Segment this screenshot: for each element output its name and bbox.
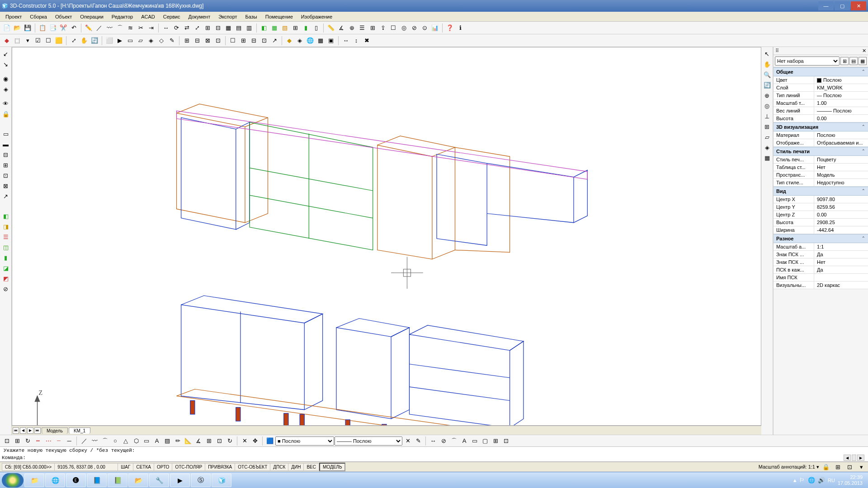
bt-solid-icon[interactable]: ─ [64, 436, 74, 446]
task-excel[interactable]: 📗 [108, 474, 127, 487]
vt-u-icon[interactable]: ⊘ [1, 284, 11, 294]
mat4-icon[interactable]: ▦ [316, 36, 326, 46]
menu-assembly[interactable]: Сборка [26, 13, 51, 20]
persp-icon[interactable]: ◇ [156, 36, 166, 46]
sheet4-icon[interactable]: ⊡ [259, 36, 269, 46]
task-tool[interactable]: 🔧 [149, 474, 169, 487]
status-ortho[interactable]: ОРТО [154, 463, 172, 471]
status-grid[interactable]: СЕТКА [133, 463, 154, 471]
target-icon[interactable]: ⊕ [762, 90, 772, 100]
side-icon[interactable]: ▭ [125, 36, 135, 46]
tray-lang[interactable]: RU [828, 478, 835, 483]
sheet3-icon[interactable]: ⊟ [249, 36, 259, 46]
pen2-icon[interactable]: ✎ [167, 36, 177, 46]
selection-dropdown[interactable]: Нет набора [775, 56, 840, 66]
status-i1-icon[interactable]: 🔒 [821, 462, 831, 472]
prop-ptype-value[interactable]: Недоступно [814, 179, 868, 186]
bt-line-icon[interactable]: ／ [79, 436, 89, 446]
move-icon[interactable]: ↔ [161, 23, 171, 33]
menu-operations[interactable]: Операции [76, 13, 107, 20]
orbit-icon[interactable]: 🔄 [90, 36, 99, 46]
cmd-scroll-right-icon[interactable]: ▶ [857, 455, 864, 461]
bt-ang-icon[interactable]: ∡ [193, 436, 203, 446]
status-snap[interactable]: ШАГ [118, 463, 133, 471]
maximize-button[interactable]: ▢ [835, 1, 850, 10]
menu-acad[interactable]: ACAD [137, 13, 159, 20]
tray-vol-icon[interactable]: 🔊 [818, 477, 825, 483]
tool-b-icon[interactable]: ▤ [234, 23, 244, 33]
mat5-icon[interactable]: ▣ [326, 36, 336, 46]
bt-text-icon[interactable]: A [152, 436, 162, 446]
section-misc[interactable]: Разное⌃ [774, 234, 868, 243]
prop-ltype-value[interactable]: — Послою [814, 92, 868, 99]
bt-snap1-icon[interactable]: ⊡ [2, 436, 12, 446]
bt-circ-icon[interactable]: ○ [110, 436, 120, 446]
top-icon[interactable]: ▱ [136, 36, 146, 46]
vt-n-icon[interactable]: ◧ [1, 211, 11, 221]
zoom-ex-icon[interactable]: ⤢ [69, 36, 79, 46]
tool-a-icon[interactable]: ▦ [223, 23, 233, 33]
texture-icon[interactable]: 🟨 [54, 36, 64, 46]
status-dyn[interactable]: ДИН [288, 463, 304, 471]
start-button[interactable] [2, 473, 24, 488]
bt-dashdot-icon[interactable]: ┄ [54, 436, 64, 446]
bt-x2-icon[interactable]: ✎ [413, 436, 423, 446]
section-3d-viz[interactable]: 3D визуализация⌃ [774, 122, 868, 131]
close-button[interactable]: ✕ [851, 1, 866, 10]
task-explorer[interactable]: 📁 [24, 474, 44, 487]
tool-c-icon[interactable]: ▥ [244, 23, 254, 33]
menu-project[interactable]: Проект [2, 13, 25, 20]
bt-hex-icon[interactable]: ⬡ [131, 436, 141, 446]
asm2-icon[interactable]: ⊟ [192, 36, 202, 46]
orbit2-icon[interactable]: 🔄 [762, 80, 772, 90]
section-general[interactable]: Общие⌃ [774, 67, 868, 76]
menu-room[interactable]: Помещение [262, 13, 297, 20]
bt-arc-icon[interactable]: ⌒ [100, 436, 110, 446]
status-osnap[interactable]: ПРИВЯЗКА [205, 463, 235, 471]
status-scale[interactable]: Масштаб аннотаций: 1:1 ▾ [759, 464, 819, 470]
bt-blk-icon[interactable]: ⊞ [204, 436, 214, 446]
menu-document[interactable]: Документ [184, 13, 214, 20]
multi-icon[interactable]: ≋ [125, 23, 135, 33]
prop-height-value[interactable]: 0.00 [814, 115, 868, 122]
line-icon[interactable]: ／ [94, 23, 104, 33]
task-3dc[interactable]: 🧊 [212, 474, 231, 487]
mat3-icon[interactable]: 🌐 [305, 36, 315, 46]
current-linetype-dropdown[interactable]: ——— Послою [335, 436, 402, 446]
bt-dim5-icon[interactable]: ▭ [470, 436, 480, 446]
prop-pspace-value[interactable]: Модель [814, 171, 868, 178]
vt-f-icon[interactable]: 🔒 [1, 109, 11, 119]
bt-move-icon[interactable]: ✥ [250, 436, 260, 446]
menu-editor[interactable]: Редактор [108, 13, 137, 20]
hole-icon[interactable]: ◎ [399, 23, 409, 33]
iso-icon[interactable]: ◈ [146, 36, 156, 46]
tab-first-icon[interactable]: ⏮ [13, 427, 19, 434]
menu-export[interactable]: Экспорт [215, 13, 241, 20]
fastener-icon[interactable]: ⊙ [420, 23, 429, 33]
task-word[interactable]: 📘 [87, 474, 107, 487]
quick-select-icon[interactable]: ⊞ [840, 57, 849, 65]
panel-close-icon[interactable]: ✕ [862, 48, 866, 54]
vt-g-icon[interactable]: ▭ [1, 129, 11, 139]
select-icon[interactable]: ☑ [33, 36, 43, 46]
trim-icon[interactable]: ✂ [136, 23, 146, 33]
task-player[interactable]: ▶ [170, 474, 190, 487]
array-icon[interactable]: ⊞ [203, 23, 212, 33]
export-icon[interactable]: ⇪ [378, 23, 388, 33]
pick-add-icon[interactable]: ▤ [849, 57, 858, 65]
ucs-icon[interactable]: ◎ [762, 101, 772, 111]
new-icon[interactable]: 📄 [2, 23, 12, 33]
bt-dim6-icon[interactable]: ▢ [480, 436, 490, 446]
task-skype[interactable]: Ⓢ [191, 474, 211, 487]
sheet-icon[interactable]: ☐ [388, 23, 398, 33]
panel-drag-icon[interactable]: ⠿ [775, 48, 779, 54]
scale-icon[interactable]: ⤢ [192, 23, 202, 33]
sheet2-icon[interactable]: ⊞ [238, 36, 248, 46]
axis-icon[interactable]: ⊥ [762, 111, 772, 121]
task-browser[interactable]: 🌐 [45, 474, 65, 487]
section-view[interactable]: Вид⌃ [774, 187, 868, 196]
panel-icon[interactable]: ▯ [311, 23, 321, 33]
vt-i-icon[interactable]: ⊟ [1, 150, 11, 160]
cut-icon[interactable]: ✂️ [58, 23, 68, 33]
filter-icon[interactable]: ▾ [23, 36, 33, 46]
